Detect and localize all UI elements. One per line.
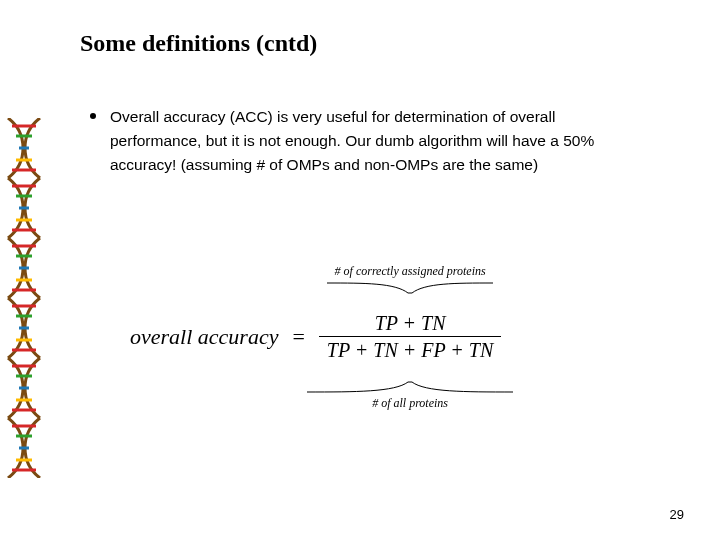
denominator-annotation-text: # of all proteins xyxy=(372,396,448,411)
bullet-text: Overall accuracy (ACC) is very useful fo… xyxy=(110,105,650,177)
denominator: TP + TN + FP + TN xyxy=(319,337,501,363)
numerator-annotation: # of correctly assigned proteins xyxy=(325,264,495,295)
numerator: TP + TN xyxy=(367,310,454,336)
fraction-body: TP + TN TP + TN + FP + TN xyxy=(319,310,501,363)
brace-down-icon xyxy=(325,281,495,295)
formula: overall accuracy = # of correctly assign… xyxy=(130,310,650,363)
bullet-item: Overall accuracy (ACC) is very useful fo… xyxy=(90,105,660,177)
dna-helix-icon xyxy=(0,118,48,478)
equals-sign: = xyxy=(292,324,304,350)
slide-title: Some definitions (cntd) xyxy=(80,30,660,57)
numerator-annotation-text: # of correctly assigned proteins xyxy=(335,264,486,279)
bullet-icon xyxy=(90,113,96,119)
formula-row: overall accuracy = # of correctly assign… xyxy=(130,310,650,363)
denominator-annotation: # of all proteins xyxy=(305,380,515,411)
slide: Some definitions (cntd) Overall accuracy… xyxy=(0,0,720,540)
svg-rect-5 xyxy=(0,118,48,478)
brace-up-icon xyxy=(305,380,515,394)
formula-label: overall accuracy xyxy=(130,324,278,350)
dna-decoration xyxy=(0,118,48,478)
fraction: # of correctly assigned proteins TP + TN… xyxy=(319,310,501,363)
page-number: 29 xyxy=(670,507,684,522)
